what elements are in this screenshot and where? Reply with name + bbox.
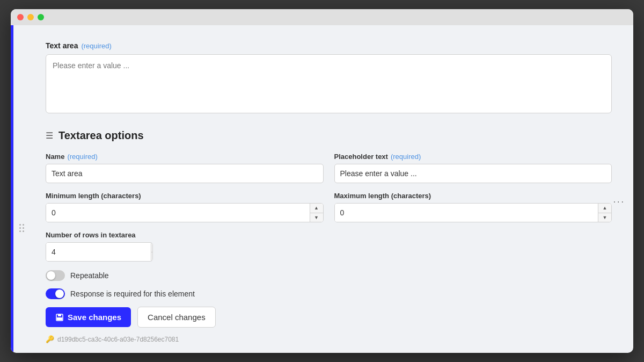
key-icon: 🔑	[46, 335, 54, 343]
max-length-increment[interactable]: ▲	[598, 204, 611, 213]
min-max-row: Minimum length (characters) ▲ ▼ Maximum …	[46, 192, 612, 222]
rows-input-wrapper: ▲ ▼	[46, 242, 153, 262]
save-icon	[55, 313, 64, 322]
svg-rect-2	[57, 317, 62, 320]
repeatable-toggle[interactable]	[46, 270, 65, 281]
required-toggle-row[interactable]: Response is required for this element	[46, 288, 612, 299]
save-changes-label: Save changes	[68, 313, 121, 322]
name-required-badge: (required)	[67, 153, 97, 161]
actions-row: Save changes Cancel changes	[46, 307, 612, 328]
repeatable-toggle-knob	[47, 271, 55, 280]
placeholder-label: Placeholder text	[334, 153, 388, 161]
max-length-field: Maximum length (characters) ▲ ▼	[334, 192, 612, 222]
min-length-increment[interactable]: ▲	[310, 204, 323, 213]
textarea-required-badge: (required)	[81, 42, 111, 50]
name-label: Name	[46, 153, 64, 161]
name-input[interactable]	[46, 164, 324, 183]
min-length-label: Minimum length (characters)	[46, 192, 141, 200]
cancel-changes-button[interactable]: Cancel changes	[137, 307, 216, 328]
content-area: Text area (required) ☰ Textarea options …	[11, 25, 633, 353]
min-length-decrement[interactable]: ▼	[310, 213, 323, 222]
max-length-decrement[interactable]: ▼	[598, 213, 611, 222]
name-field: Name (required)	[46, 153, 324, 183]
close-button[interactable]	[17, 14, 24, 20]
uuid-row: 🔑 d199dbc5-ca3c-40c6-a03e-7d8256ec7081	[46, 335, 612, 343]
section-menu-icon: ☰	[46, 131, 53, 141]
textarea-label-text: Text area	[46, 41, 78, 50]
textarea-input[interactable]	[46, 54, 612, 113]
rows-decrement[interactable]: ▼	[151, 252, 153, 262]
window: Text area (required) ☰ Textarea options …	[11, 9, 633, 353]
textarea-options-header: ☰ Textarea options	[46, 129, 612, 142]
min-length-input[interactable]	[46, 204, 310, 222]
max-length-input-wrapper: ▲ ▼	[334, 203, 612, 222]
placeholder-input[interactable]	[334, 164, 612, 183]
three-dots-menu-button[interactable]: ···	[613, 197, 625, 207]
svg-rect-1	[58, 314, 61, 316]
main-content: Text area (required) ☰ Textarea options …	[30, 25, 633, 353]
required-toggle[interactable]	[46, 288, 65, 299]
rows-label: Number of rows in textarea	[46, 231, 136, 239]
cancel-changes-label: Cancel changes	[148, 313, 206, 322]
repeatable-toggle-label: Repeatable	[70, 271, 109, 280]
max-length-label: Maximum length (characters)	[334, 192, 431, 200]
textarea-field-section: Text area (required)	[46, 41, 612, 113]
drag-handle-icon	[19, 224, 24, 232]
titlebar	[11, 9, 633, 25]
save-changes-button[interactable]: Save changes	[46, 307, 131, 327]
section-title-text: Textarea options	[58, 129, 144, 142]
textarea-field-label: Text area (required)	[46, 41, 612, 50]
max-length-input[interactable]	[335, 204, 598, 222]
rows-input[interactable]	[46, 243, 151, 261]
min-length-input-wrapper: ▲ ▼	[46, 203, 324, 222]
min-length-field: Minimum length (characters) ▲ ▼	[46, 192, 324, 222]
rows-increment[interactable]: ▲	[151, 243, 153, 252]
rows-field: Number of rows in textarea ▲ ▼	[46, 231, 612, 262]
repeatable-toggle-row[interactable]: Repeatable	[46, 270, 612, 281]
minimize-button[interactable]	[27, 14, 34, 20]
uuid-value: d199dbc5-ca3c-40c6-a03e-7d8256ec7081	[57, 336, 179, 343]
required-toggle-knob	[55, 289, 64, 298]
drag-handle-area	[13, 25, 30, 353]
maximize-button[interactable]	[38, 14, 44, 20]
placeholder-field: Placeholder text (required)	[334, 153, 612, 183]
required-toggle-label: Response is required for this element	[70, 289, 195, 298]
placeholder-required-badge: (required)	[391, 153, 421, 161]
name-placeholder-row: Name (required) Placeholder text (requir…	[46, 153, 612, 183]
